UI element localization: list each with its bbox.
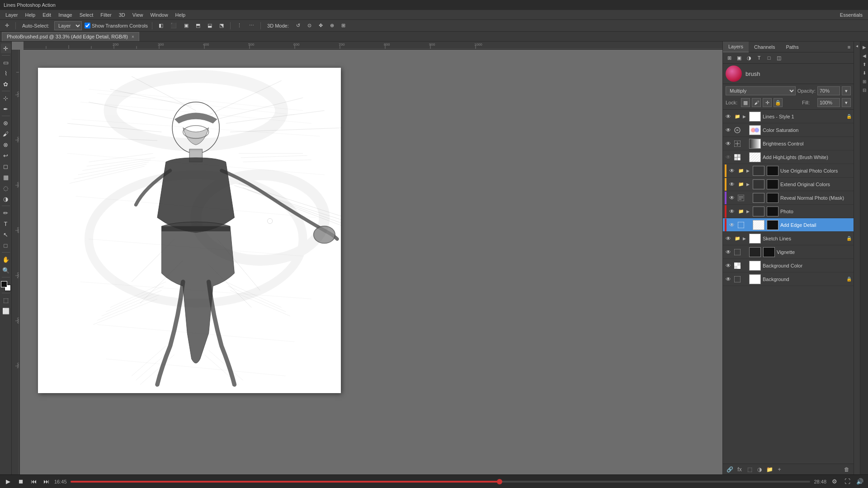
zoom-tool[interactable]: 🔍: [1, 265, 11, 275]
menu-edit[interactable]: Edit: [39, 11, 55, 19]
quick-mask-tool[interactable]: ⬚: [1, 295, 11, 305]
new-layer-btn[interactable]: +: [775, 465, 783, 474]
align-top-icon[interactable]: ⬒: [193, 21, 203, 30]
move-tool-icon[interactable]: ✛: [3, 21, 11, 30]
quick-select-tool[interactable]: ✿: [1, 79, 11, 89]
layer-arrow-photo[interactable]: ▶: [746, 209, 751, 214]
add-mask-btn[interactable]: ⬚: [745, 465, 754, 474]
collapse-icon[interactable]: ◂: [856, 43, 858, 48]
tab-channels[interactable]: Channels: [749, 42, 780, 52]
menu-window[interactable]: Window: [146, 11, 171, 19]
auto-select-dropdown[interactable]: Layer Group: [54, 21, 82, 30]
layer-item-photo[interactable]: 👁 📁 ▶ Photo: [723, 205, 854, 218]
brush-tool[interactable]: 🖌: [1, 129, 11, 139]
3d-pan-icon[interactable]: ✥: [316, 21, 325, 30]
history-brush-tool[interactable]: ↩: [1, 150, 11, 160]
move-tool[interactable]: ✛: [1, 43, 11, 53]
layer-item-add-edge-detail[interactable]: 👁 Add Edge Detail: [723, 218, 854, 232]
document-tab[interactable]: PhotoBrushed.psd @ 33.3% (Add Edge Detai…: [2, 32, 139, 41]
align-middle-icon[interactable]: ⬓: [205, 21, 214, 30]
panel-filter-type-icon[interactable]: T: [755, 54, 764, 62]
lock-image-btn[interactable]: 🖌: [752, 98, 761, 107]
menu-image[interactable]: Image: [55, 11, 76, 19]
menu-select[interactable]: Select: [76, 11, 97, 19]
add-layer-style-btn[interactable]: fx: [736, 465, 744, 474]
foreground-color[interactable]: [1, 281, 7, 287]
layer-item-background-color[interactable]: 👁 Background Color: [723, 259, 854, 272]
blend-mode-select[interactable]: Multiply Normal Screen Overlay: [726, 86, 796, 95]
document-tab-close[interactable]: ×: [132, 34, 134, 39]
timeline-prev-btn[interactable]: ⏮: [29, 478, 38, 485]
layers-list[interactable]: 👁 📁 ▶ Lines - Style 1 🔒 👁: [723, 110, 854, 464]
layer-visibility-background-color[interactable]: 👁: [725, 262, 732, 269]
align-right-icon[interactable]: ▣: [182, 21, 191, 30]
distribute-h-icon[interactable]: ⋮: [235, 21, 244, 30]
panel-filter-pixel-icon[interactable]: ▣: [735, 54, 744, 62]
right-icon-5[interactable]: ⊞: [861, 78, 868, 85]
show-transform-checkbox[interactable]: [85, 23, 90, 28]
dodge-tool[interactable]: ◑: [1, 194, 11, 204]
eyedropper-tool[interactable]: ✒: [1, 104, 11, 114]
workspace-label[interactable]: Essentials: [836, 11, 866, 19]
layer-visibility-background[interactable]: 👁: [725, 276, 732, 283]
right-icon-3[interactable]: ⬆: [861, 61, 868, 68]
layer-item-background[interactable]: 👁 Background 🔒: [723, 272, 854, 286]
pen-tool[interactable]: ✏: [1, 208, 11, 218]
layer-visibility-lines-style-1[interactable]: 👁: [725, 113, 732, 120]
timeline-next-btn[interactable]: ⏭: [42, 478, 51, 485]
layer-visibility-reveal-normal[interactable]: 👁: [728, 194, 736, 202]
blur-tool[interactable]: ◌: [1, 183, 11, 193]
lock-position-btn[interactable]: ✛: [763, 98, 772, 107]
layer-item-color-saturation[interactable]: 👁 Color Saturation: [723, 123, 854, 137]
screen-mode-tool[interactable]: ⬜: [1, 306, 11, 316]
3d-rotate-icon[interactable]: ↺: [294, 21, 302, 30]
align-bottom-icon[interactable]: ⬔: [217, 21, 226, 30]
healing-tool[interactable]: ⊛: [1, 118, 11, 128]
menu-filter2[interactable]: Filter: [97, 11, 115, 19]
link-layers-btn[interactable]: 🔗: [726, 465, 734, 474]
align-left-icon[interactable]: ◧: [156, 21, 165, 30]
crop-tool[interactable]: ⊹: [1, 93, 11, 103]
layer-arrow-sketch-lines[interactable]: ▶: [743, 236, 747, 241]
layer-item-vignette[interactable]: 👁 Vignette: [723, 245, 854, 259]
menu-layer[interactable]: Layer: [2, 11, 22, 19]
lock-transparent-btn[interactable]: ▦: [741, 98, 750, 107]
path-selection-tool[interactable]: ↖: [1, 230, 11, 239]
right-icon-4[interactable]: ⬇: [861, 69, 868, 76]
distribute-v-icon[interactable]: ⋯: [247, 21, 256, 30]
fill-arrow[interactable]: ▾: [842, 98, 851, 107]
clone-stamp-tool[interactable]: ⊗: [1, 140, 11, 150]
hand-tool[interactable]: ✋: [1, 254, 11, 264]
opacity-input[interactable]: [817, 86, 840, 95]
panel-options-icon[interactable]: ≡: [844, 43, 854, 51]
menu-help[interactable]: Help: [172, 11, 189, 19]
layer-visibility-vignette[interactable]: 👁: [725, 249, 732, 256]
tab-paths[interactable]: Paths: [781, 42, 804, 52]
layer-item-use-original-photo-colors[interactable]: 👁 📁 ▶ Use Original Photo Colors: [723, 164, 854, 178]
lasso-tool[interactable]: ⌇: [1, 68, 11, 78]
timeline-progress-bar[interactable]: [71, 481, 811, 483]
panel-collapse[interactable]: ◂: [854, 42, 860, 474]
gradient-tool[interactable]: ▦: [1, 172, 11, 182]
new-group-btn[interactable]: 📁: [765, 465, 774, 474]
timeline-stop-btn[interactable]: ⏹: [16, 478, 25, 485]
right-icon-6[interactable]: ⊟: [861, 86, 868, 94]
align-center-h-icon[interactable]: ⬛: [168, 21, 179, 30]
show-transform-label[interactable]: Show Transform Controls: [85, 23, 148, 28]
menu-view[interactable]: View: [129, 11, 147, 19]
layer-visibility-extend-original[interactable]: 👁: [728, 181, 736, 188]
menu-filter[interactable]: Help: [22, 11, 39, 19]
timeline-settings-btn[interactable]: ⚙: [830, 478, 839, 485]
timeline-handle[interactable]: [497, 479, 502, 484]
delete-layer-btn[interactable]: 🗑: [843, 465, 851, 474]
layer-item-lines-style-1[interactable]: 👁 📁 ▶ Lines - Style 1 🔒: [723, 110, 854, 123]
layer-arrow-use-original[interactable]: ▶: [746, 169, 751, 173]
marquee-tool[interactable]: ▭: [1, 57, 11, 67]
layer-visibility-sketch-lines[interactable]: 👁: [725, 235, 732, 242]
layer-visibility-add-highlights[interactable]: 👁: [725, 154, 732, 161]
layer-arrow-extend-original[interactable]: ▶: [746, 182, 751, 187]
menu-3d[interactable]: 3D: [115, 11, 129, 19]
panel-filter-adjustment-icon[interactable]: ◑: [745, 54, 754, 62]
fill-input[interactable]: [817, 98, 840, 107]
new-adjustment-btn[interactable]: ◑: [755, 465, 764, 474]
